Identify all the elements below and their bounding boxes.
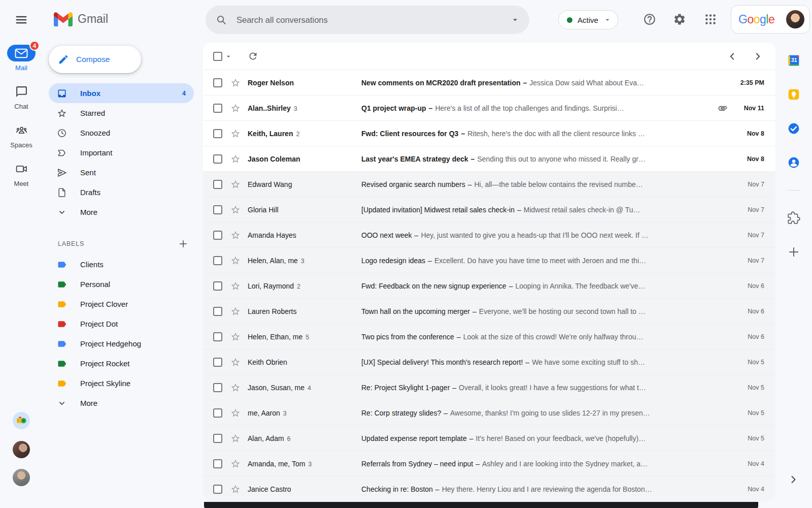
row-checkbox[interactable]	[213, 231, 222, 240]
google-account-card[interactable]: Google	[731, 5, 810, 34]
email-row[interactable]: Helen, Alan, me3 Logo redesign ideas–Exc…	[203, 247, 775, 273]
sidebar-item-starred[interactable]: Starred	[49, 103, 194, 123]
email-row[interactable]: Lori, Raymond2 Fwd: Feedback on the new …	[203, 273, 775, 298]
email-row[interactable]: Amanda, me, Tom3 Referrals from Sydney –…	[203, 451, 775, 476]
star-icon[interactable]	[230, 103, 241, 113]
tasks-icon[interactable]	[787, 122, 800, 135]
email-row[interactable]: Alan..Shirley3 Q1 project wrap-up–Here's…	[203, 95, 775, 120]
row-checkbox[interactable]	[213, 307, 222, 316]
support-button[interactable]	[642, 13, 657, 27]
email-row[interactable]: Lauren Roberts Town hall on the upcoming…	[203, 298, 775, 324]
row-checkbox[interactable]	[213, 180, 222, 189]
row-checkbox[interactable]	[213, 154, 222, 164]
star-icon[interactable]	[230, 484, 241, 494]
search-input[interactable]	[235, 15, 510, 25]
star-icon[interactable]	[230, 179, 241, 189]
row-checkbox[interactable]	[213, 104, 222, 113]
sidebar-item-more[interactable]: More	[49, 202, 194, 222]
apps-grid-button[interactable]	[703, 13, 718, 27]
email-row[interactable]: Keith, Lauren2 Fwd: Client resources for…	[203, 120, 775, 146]
label-item-project-skyline[interactable]: Project Skyline	[49, 373, 194, 393]
older-page-icon[interactable]	[752, 51, 763, 62]
contacts-icon[interactable]	[787, 156, 800, 169]
label-item-project-dot[interactable]: Project Dot	[49, 314, 194, 334]
row-checkbox[interactable]	[213, 408, 222, 418]
email-row[interactable]: Roger Nelson New comments on MCR2020 dra…	[203, 70, 775, 95]
row-checkbox[interactable]	[213, 485, 222, 494]
select-options-caret-icon[interactable]	[224, 52, 232, 60]
keep-icon[interactable]	[787, 88, 800, 101]
star-icon[interactable]	[230, 281, 241, 291]
star-icon[interactable]	[230, 408, 241, 418]
row-checkbox[interactable]	[213, 281, 222, 291]
row-checkbox[interactable]	[213, 383, 222, 392]
star-icon[interactable]	[230, 205, 241, 215]
row-checkbox[interactable]	[213, 358, 222, 367]
user-avatar[interactable]	[786, 10, 804, 28]
star-icon[interactable]	[230, 433, 241, 443]
woman-avatar[interactable]	[13, 441, 30, 458]
main-menu-button[interactable]	[11, 10, 31, 30]
label-item-clients[interactable]: Clients	[49, 255, 194, 274]
row-checkbox[interactable]	[213, 78, 222, 87]
row-checkbox[interactable]	[213, 332, 222, 341]
row-checkbox[interactable]	[213, 459, 222, 468]
star-icon[interactable]	[230, 306, 241, 316]
email-row[interactable]: Jason Coleman Last year's EMEA strategy …	[203, 146, 775, 171]
email-row[interactable]: Helen, Ethan, me5 Two pics from the conf…	[203, 324, 775, 349]
label-item-project-rocket[interactable]: Project Rocket	[49, 354, 194, 373]
email-row[interactable]: Jason, Susan, me4 Re: Project Skylight 1…	[203, 374, 775, 400]
star-icon[interactable]	[230, 78, 241, 88]
rail-item-meet[interactable]: Meet	[0, 161, 43, 197]
row-checkbox[interactable]	[213, 205, 222, 214]
email-row[interactable]: Edward Wang Revised organic search numbe…	[203, 171, 775, 197]
star-icon[interactable]	[230, 129, 241, 139]
plus-icon[interactable]	[787, 245, 800, 259]
newer-page-icon[interactable]	[727, 51, 738, 62]
star-icon[interactable]	[230, 256, 241, 266]
star-icon[interactable]	[230, 230, 241, 240]
calendar-icon[interactable]: 31	[787, 54, 800, 67]
sidebar-item-important[interactable]: Important	[49, 143, 194, 163]
email-row[interactable]: Gloria Hill [Updated invitation] Midwest…	[203, 197, 775, 222]
rail-item-spaces[interactable]: Spaces	[0, 122, 43, 158]
sidebar-item-sent[interactable]: Sent	[49, 163, 194, 182]
star-icon[interactable]	[230, 332, 241, 342]
camera-avatar[interactable]	[13, 412, 30, 429]
star-icon[interactable]	[230, 357, 241, 367]
man-avatar[interactable]	[13, 469, 30, 486]
email-sender: Janice Castro	[248, 485, 361, 493]
star-icon[interactable]	[230, 383, 241, 393]
status-selector[interactable]: Active	[558, 10, 618, 29]
rail-item-chat[interactable]: Chat	[0, 83, 43, 120]
row-checkbox[interactable]	[213, 434, 222, 443]
select-all-checkbox[interactable]	[213, 52, 222, 61]
row-checkbox[interactable]	[213, 256, 222, 265]
row-checkbox[interactable]	[213, 129, 222, 138]
email-row[interactable]: Alan, Adam6 Updated expense report templ…	[203, 425, 775, 451]
search-options-caret-icon[interactable]	[510, 15, 520, 25]
star-icon[interactable]	[230, 154, 241, 164]
label-item-project-clover[interactable]: Project Clover	[49, 294, 194, 314]
email-row[interactable]: Amanda Hayes OOO next week–Hey, just wan…	[203, 222, 775, 247]
labels-more[interactable]: More	[49, 393, 194, 413]
email-row[interactable]: me, Aaron3 Re: Corp strategy slides?–Awe…	[203, 400, 775, 425]
unread-badge: 4	[29, 41, 40, 51]
email-row[interactable]: Keith Obrien [UX] Special delivery! This…	[203, 349, 775, 374]
label-item-project-hedgehog[interactable]: Project Hedgehog	[49, 334, 194, 354]
label-item-personal[interactable]: Personal	[49, 274, 194, 294]
compose-button[interactable]: Compose	[49, 46, 141, 73]
sidebar-item-inbox[interactable]: Inbox 4	[49, 83, 194, 103]
refresh-icon[interactable]	[248, 51, 258, 61]
search-icon[interactable]	[216, 14, 227, 25]
add-label-button[interactable]	[176, 236, 191, 251]
star-icon[interactable]	[230, 459, 241, 469]
rail-item-mail[interactable]: 4 Mail	[0, 45, 43, 81]
sidebar-item-drafts[interactable]: Drafts	[49, 182, 194, 202]
email-row[interactable]: Janice Castro Checking in re: Boston–Hey…	[203, 476, 775, 501]
hide-side-panel-icon[interactable]	[787, 473, 799, 486]
sidebar-item-snoozed[interactable]: Snoozed	[49, 123, 194, 143]
search-bar[interactable]	[206, 6, 529, 34]
extension-icon[interactable]	[787, 211, 800, 225]
settings-button[interactable]	[672, 13, 687, 27]
